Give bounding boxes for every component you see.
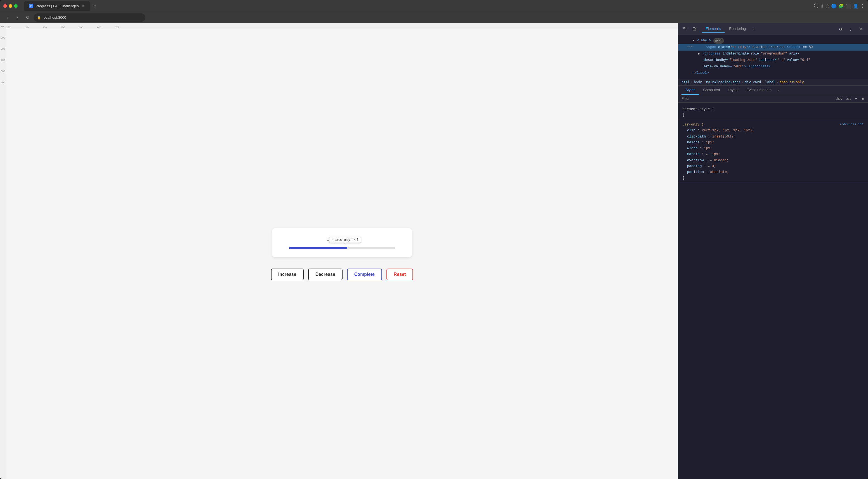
sub-tabs: Styles Computed Layout Event Listeners »	[678, 86, 868, 95]
complete-button[interactable]: Complete	[347, 268, 382, 280]
tab-elements[interactable]: Elements	[702, 25, 724, 33]
inspector-icon[interactable]	[681, 25, 689, 33]
tab-close-button[interactable]: ×	[81, 4, 85, 8]
dom-badge-grid: grid	[713, 38, 724, 43]
close-devtools-button[interactable]: ✕	[857, 25, 865, 33]
cls-button[interactable]: .cls	[845, 96, 852, 101]
increase-button[interactable]: Increase	[271, 268, 304, 280]
settings-icon[interactable]: ⚙	[837, 25, 844, 33]
css-selector-element: element.style {	[683, 107, 714, 111]
bc-html[interactable]: html	[681, 80, 690, 84]
bc-body[interactable]: body	[694, 80, 702, 84]
content-area: 100 200 300 400 500 600 700 100 200 300 …	[0, 23, 868, 479]
sub-tab-styles[interactable]: Styles	[681, 86, 699, 95]
page-content: 100 200 300 400 500 600 700 100 200 300 …	[0, 23, 678, 479]
css-prop-margin: margin : ▶ -1px;	[683, 152, 864, 157]
window-controls: ⛶ ⬆ ☆ 🔵 🧩 ⬛ 👤 ⋮	[814, 3, 865, 9]
lock-icon: 🔒	[37, 15, 41, 20]
bc-span-sronly[interactable]: span.sr-only	[780, 80, 804, 84]
sub-tab-event-listeners[interactable]: Event Listeners	[742, 86, 775, 95]
bc-label[interactable]: label	[765, 80, 775, 84]
dom-line-progress-cont2: aria-valuenow="40%" >…</progress>	[678, 63, 868, 70]
css-prop-padding: padding : ▶ 0;	[683, 163, 864, 169]
tab-bar: P Progress | GUI Challenges × +	[24, 1, 812, 11]
dom-line-label-close: </label>	[678, 70, 868, 76]
filter-tools: :hov .cls + ◀	[835, 96, 865, 101]
minimize-traffic-light[interactable]	[9, 4, 12, 8]
window-control-icon8: ⋮	[860, 3, 865, 9]
progress-bar-fill	[289, 247, 347, 249]
tab-title: Progress | GUI Challenges	[35, 4, 79, 8]
filter-input[interactable]	[681, 96, 833, 101]
card: Loading Level span.sr-only 1 × 1	[272, 228, 412, 257]
css-prop-height: height : 1px;	[683, 140, 864, 146]
devtools-tabs: Elements Rendering »	[702, 25, 836, 33]
ruler-mark-500: 500	[79, 26, 83, 29]
active-tab[interactable]: P Progress | GUI Challenges ×	[24, 1, 90, 11]
window-control-icon4: 🔵	[831, 3, 837, 9]
progress-tooltip: span.sr-only 1 × 1	[330, 237, 361, 243]
devtools-header: Elements Rendering » ⚙ ⋮ ✕	[678, 23, 868, 35]
window-control-icon7: 👤	[853, 3, 859, 9]
css-prop-clip: clip : rect(1px, 1px, 1px, 1px);	[683, 128, 864, 134]
ruler-mark-400: 400	[61, 26, 65, 29]
nav-bar: ‹ › ↻ 🔒 localhost:3000	[0, 12, 868, 23]
address-bar[interactable]: 🔒 localhost:3000	[34, 13, 146, 22]
bc-main[interactable]: main#loading-zone	[706, 80, 741, 84]
css-rule-element-style: element.style { }	[678, 105, 868, 121]
ruler-v-400: 400	[1, 59, 5, 62]
tab-favicon: P	[29, 4, 33, 8]
reset-button[interactable]: Reset	[386, 268, 413, 280]
window-control-icon6: ⬛	[846, 3, 851, 9]
progress-bar-track	[289, 247, 395, 249]
css-prop-position: position : absolute;	[683, 169, 864, 175]
devtools-controls: ⚙ ⋮ ✕	[837, 25, 865, 33]
ruler-mark-100: 100	[6, 26, 10, 29]
window-control-icon3: ☆	[826, 3, 829, 9]
back-button[interactable]: ‹	[3, 14, 11, 22]
css-prop-clip-path: clip-path : inset(50%);	[683, 134, 864, 140]
title-bar: P Progress | GUI Challenges × + ⛶ ⬆ ☆ 🔵 …	[0, 0, 868, 12]
styles-panel: element.style { } .sr-only { index.css:1…	[678, 102, 868, 479]
dom-viewer: ▼ <label> grid ••• <span class="sr-only"…	[678, 35, 868, 79]
dom-line-span-sr-only[interactable]: ••• <span class="sr-only"> Loading progr…	[678, 44, 868, 51]
maximize-traffic-light[interactable]	[14, 4, 18, 8]
dom-line-progress-cont: describedby="loading-zone" tabindex="-1"…	[678, 57, 868, 63]
ruler-mark-300: 300	[42, 26, 47, 29]
svg-rect-0	[684, 27, 685, 29]
forward-button[interactable]: ›	[13, 14, 21, 22]
css-selector-sr-only: .sr-only {	[683, 123, 704, 127]
color-picker-icon[interactable]: ◀	[860, 96, 865, 101]
ruler-mark-700: 700	[115, 26, 119, 29]
sub-tab-layout[interactable]: Layout	[724, 86, 742, 95]
ruler-v-200: 200	[1, 36, 5, 39]
svg-rect-1	[693, 27, 695, 30]
decrease-button[interactable]: Decrease	[308, 268, 343, 280]
sub-tab-more[interactable]: »	[775, 86, 781, 94]
dom-line-label: ▼ <label> grid	[678, 37, 868, 44]
window-control-icon2: ⬆	[820, 3, 824, 9]
refresh-button[interactable]: ↻	[24, 14, 31, 22]
more-options-icon[interactable]: ⋮	[847, 25, 855, 33]
ruler-v-500: 500	[1, 70, 5, 73]
ruler-vertical: 100 200 300 400 500 600	[0, 29, 6, 479]
css-prop-overflow: overflow : ▶ hidden;	[683, 158, 864, 163]
ruler-horizontal: 100 200 300 400 500 600 700	[0, 23, 678, 29]
dom-line-progress[interactable]: ▶ <progress indeterminate role="progress…	[678, 51, 868, 57]
close-traffic-light[interactable]	[3, 4, 7, 8]
tab-more-icon[interactable]: »	[750, 25, 757, 33]
new-tab-button[interactable]: +	[91, 2, 99, 10]
breadcrumb: html › body › main#loading-zone › div.ca…	[678, 79, 868, 86]
ruler-mark-600: 600	[97, 26, 101, 29]
progress-container: span.sr-only 1 × 1	[289, 247, 395, 249]
tab-rendering[interactable]: Rendering	[725, 25, 750, 33]
bc-divcard[interactable]: div.card	[745, 80, 761, 84]
add-style-button[interactable]: +	[854, 96, 858, 101]
device-icon[interactable]	[690, 25, 698, 33]
ruler-v-600: 600	[1, 81, 5, 84]
sub-tab-computed[interactable]: Computed	[699, 86, 724, 95]
ruler-mark-200: 200	[24, 26, 29, 29]
css-prop-width: width : 1px;	[683, 146, 864, 152]
hov-button[interactable]: :hov	[835, 96, 843, 101]
devtools-panel: Elements Rendering » ⚙ ⋮ ✕ ▼ <label>	[678, 23, 868, 479]
